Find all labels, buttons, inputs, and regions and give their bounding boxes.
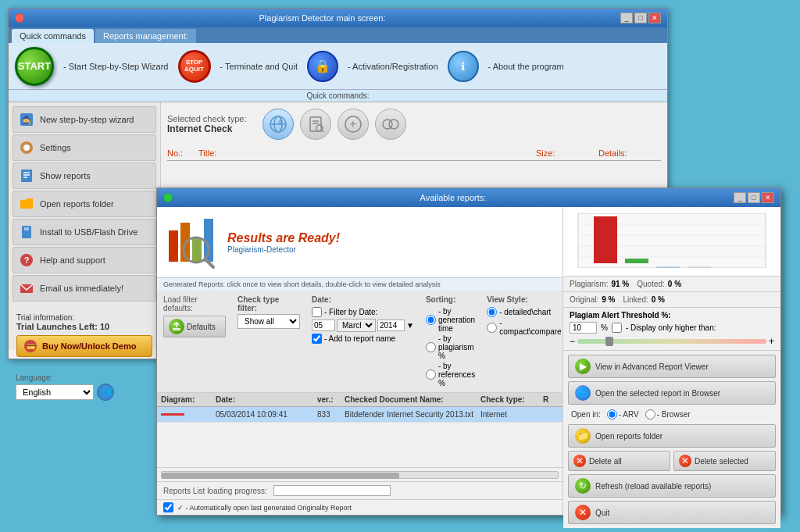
view-advanced-button[interactable]: ▶ View in Advanced Report Viewer — [568, 355, 776, 378]
sidebar-item-reports[interactable]: Show reports — [12, 162, 156, 189]
filter-by-date-checkbox[interactable]: - Filter by Date: — [312, 307, 414, 317]
results-subtext: Generated Reports: click once to view sh… — [157, 277, 562, 291]
delete-selected-button[interactable]: ✕ Delete selected — [673, 451, 776, 471]
results-graphic — [165, 215, 220, 270]
quit-button[interactable]: ✕ Quit — [568, 501, 776, 524]
wizard-item: - Start Step-by-Step Wizard — [63, 62, 169, 71]
minimize-button[interactable]: _ — [620, 12, 633, 23]
open-reports-icon: 📁 — [575, 428, 591, 444]
row-docname: Bitdefender Internet Security 2013.txt — [345, 410, 480, 419]
svg-point-27 — [389, 120, 398, 129]
delete-all-icon: ✕ — [573, 455, 586, 467]
compare-check-icon[interactable] — [375, 109, 406, 140]
view-style-group: View Style: - detailed\chart - compact\c… — [487, 295, 561, 336]
threshold-slider[interactable] — [577, 339, 766, 344]
view-compact-check[interactable] — [487, 323, 497, 333]
sort-plagiarism-check[interactable] — [426, 342, 436, 352]
buy-label: Buy Now/Unlock Demo — [42, 341, 136, 351]
tab-quick-commands[interactable]: Quick commands — [12, 29, 94, 43]
reports-window-controls: _ □ ✕ — [734, 192, 774, 203]
browser-radio[interactable] — [645, 409, 655, 420]
reports-maximize-button[interactable]: □ — [748, 192, 760, 203]
sidebar-item-wizard[interactable]: 🧙 New step-by-step wizard — [12, 106, 156, 133]
auto-open-checkbox[interactable] — [163, 502, 173, 512]
table-row[interactable]: 05/03/2014 10:09:41 833 Bitdefender Inte… — [157, 407, 562, 423]
date-day-input[interactable] — [312, 320, 335, 331]
close-dot[interactable] — [15, 13, 24, 23]
results-ready-title: Results are Ready! — [227, 231, 340, 245]
threshold-input[interactable] — [570, 322, 597, 334]
about-label: - About the program — [488, 62, 564, 71]
date-month-dropdown[interactable]: March — [337, 319, 376, 332]
sort-gen-time-radio[interactable]: - by generation time — [426, 307, 475, 333]
view-compact-radio[interactable]: - compact\compare — [487, 319, 561, 336]
stop-button[interactable]: STOP&QUIT — [178, 50, 211, 83]
display-higher-checkbox[interactable] — [612, 323, 622, 333]
internet-check-icon[interactable] — [262, 109, 294, 140]
start-button[interactable]: START — [15, 47, 54, 86]
open-in-row: Open in: - ARV - Browser — [568, 408, 776, 421]
reports-close-button[interactable]: ✕ — [762, 192, 774, 203]
reports-title-bar: Available reports: _ □ ✕ — [157, 188, 780, 207]
add-to-report-check[interactable] — [312, 334, 322, 344]
check-type-filter: Check type filter: Show all — [238, 295, 300, 329]
filter-by-date-check[interactable] — [312, 307, 322, 317]
quoted-label: Quoted: — [637, 280, 665, 288]
globe-button[interactable]: 🌐 — [97, 384, 114, 401]
loading-label: Reports List loading progress: — [163, 487, 267, 495]
help-icon: ? — [18, 252, 35, 269]
open-reports-folder-button[interactable]: 📁 Open reports folder — [568, 424, 776, 448]
refresh-button[interactable]: ↻ Refresh (reload available reports) — [568, 474, 776, 498]
slider-thumb[interactable] — [605, 337, 613, 346]
svg-line-23 — [322, 130, 323, 132]
date-year-input[interactable] — [377, 320, 405, 331]
sort-plagiarism-radio[interactable]: - by plagiarism % — [426, 334, 475, 360]
view-detailed-radio[interactable]: - detailed\chart — [487, 307, 561, 317]
tab-reports-management[interactable]: Reports management: — [95, 29, 196, 43]
doc-check-icon[interactable] — [300, 109, 331, 140]
buy-button[interactable]: 💳 Buy Now/Unlock Demo — [16, 335, 152, 357]
sidebar-item-settings[interactable]: Settings — [12, 134, 156, 161]
browser-radio-label[interactable]: - Browser — [645, 409, 691, 420]
reports-minimize-button[interactable]: _ — [734, 192, 746, 203]
arv-radio[interactable] — [607, 409, 617, 420]
slider-plus[interactable]: + — [769, 336, 774, 347]
view-compact-label: - compact\compare — [499, 319, 561, 336]
add-check-icon[interactable]: + — [338, 109, 369, 140]
sidebar-item-email[interactable]: Email us immediately! — [12, 275, 156, 302]
about-button[interactable]: ℹ — [448, 51, 479, 82]
arv-radio-label[interactable]: - ARV — [607, 409, 639, 420]
language-dropdown[interactable]: English — [16, 384, 94, 400]
maximize-button[interactable]: □ — [634, 12, 647, 23]
svg-rect-19 — [310, 117, 321, 131]
usb-item-label: Install to USB/Flash Drive — [40, 227, 138, 237]
open-browser-button[interactable]: 🌐 Open the selected report in Browser — [568, 381, 776, 405]
defaults-button[interactable]: Defaults — [163, 316, 226, 337]
check-type-label: Selected check type: Internet Check — [167, 114, 247, 134]
horizontal-scrollbar[interactable] — [161, 471, 559, 479]
horizontal-scrollbar-area — [157, 467, 562, 481]
sort-references-radio[interactable]: - by references % — [426, 362, 475, 387]
sidebar-item-help[interactable]: ? Help and support — [12, 247, 156, 273]
svg-rect-9 — [24, 227, 29, 230]
sidebar-item-open-folder[interactable]: Open reports folder — [12, 191, 156, 217]
view-detailed-check[interactable] — [487, 307, 497, 317]
email-item-label: Email us immediately! — [40, 284, 123, 293]
add-to-report-checkbox[interactable]: - Add to report name — [312, 334, 414, 344]
window-controls: _ □ ✕ — [620, 12, 661, 23]
main-window-title: Plagiarism Detector main screen: — [24, 13, 620, 23]
slider-minus[interactable]: − — [570, 336, 575, 347]
quit-icon: ✕ — [575, 505, 591, 520]
wizard-item-label: New step-by-step wizard — [40, 115, 134, 124]
activation-button[interactable]: 🔒 — [307, 51, 338, 82]
close-button[interactable]: ✕ — [648, 12, 661, 23]
sort-references-check[interactable] — [426, 370, 436, 380]
view-advanced-icon: ▶ — [575, 359, 591, 374]
reports-right-panel: Plagiarism: 91 % Quoted: 0 % Original: 9… — [563, 207, 780, 515]
sidebar-item-usb[interactable]: Install to USB/Flash Drive — [12, 219, 156, 245]
brand-label: Plagiarism-Detector — [227, 245, 340, 254]
sort-gen-time-check[interactable] — [426, 315, 436, 325]
check-type-filter-dropdown[interactable]: Show all — [238, 314, 300, 329]
results-text-area: Results are Ready! Plagiarism-Detector — [227, 231, 340, 254]
delete-all-button[interactable]: ✕ Delete all — [568, 451, 670, 471]
